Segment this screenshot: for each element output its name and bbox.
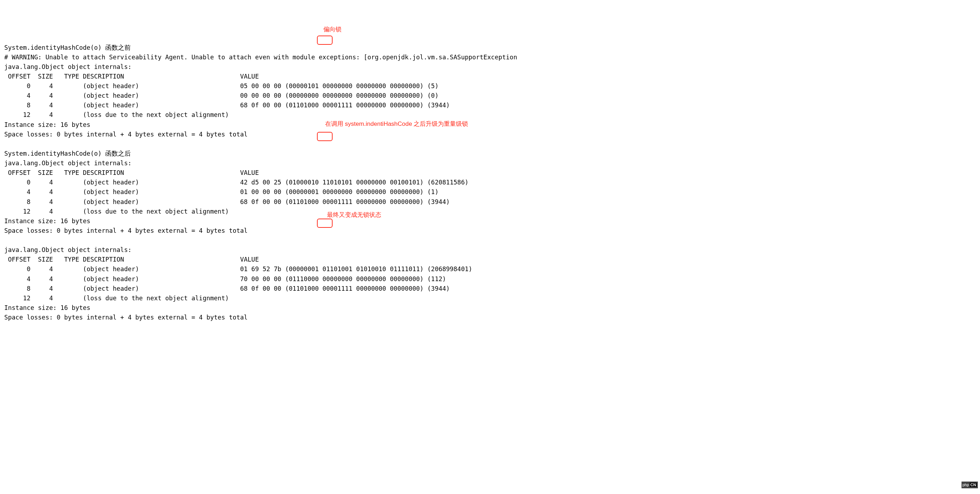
watermark: phpCN	[961, 481, 978, 488]
highlight-box-1	[317, 35, 332, 45]
anno-heavy-lock: 在调用 system.indentiHashCode 之后升级为重量级锁	[325, 120, 468, 129]
anno-biased-lock: 偏向锁	[323, 25, 342, 34]
highlight-box-3	[317, 218, 332, 228]
anno-no-lock: 最终又变成无锁状态	[327, 210, 381, 220]
code-output: System.identityHashCode(o) 函数之前 # WARNIN…	[4, 43, 976, 323]
highlight-box-2	[317, 132, 332, 141]
